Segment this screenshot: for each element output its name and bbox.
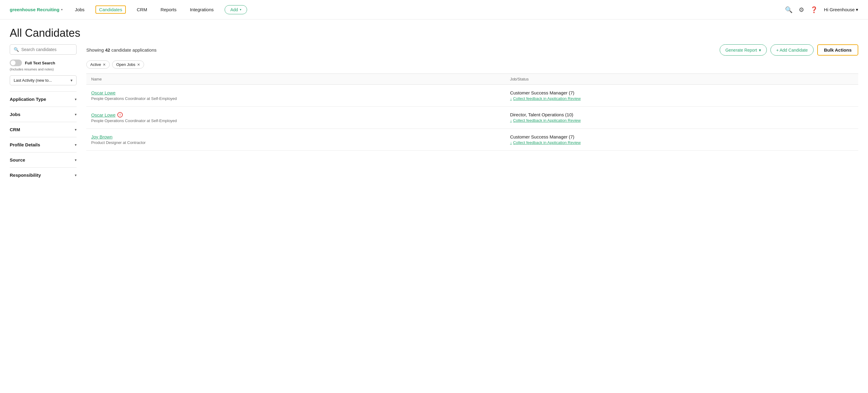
logo[interactable]: greenhouse Recruiting ▾ [10, 7, 63, 12]
full-text-toggle-row: Full Text Search [10, 60, 76, 66]
filter-chevron-icon: ▾ [75, 158, 76, 162]
active-filters: Active ✕ Open Jobs ✕ [86, 60, 858, 69]
page-title: All Candidates [10, 27, 858, 39]
search-box[interactable]: 🔍 [10, 44, 76, 55]
status-arrow-icon: ↓ [510, 141, 512, 145]
candidate-subtitle: People Operations Coordinator at Self-Em… [91, 119, 500, 123]
logo-chevron-icon: ▾ [61, 8, 63, 11]
sidebar: 🔍 Full Text Search (Includes resumes and… [10, 44, 76, 183]
candidate-name[interactable]: Joy Brown [91, 134, 113, 139]
search-input[interactable] [21, 47, 73, 52]
filter-source[interactable]: Source ▾ [10, 152, 76, 167]
filter-responsibility[interactable]: Responsibility ▾ [10, 167, 76, 183]
filter-chip-active[interactable]: Active ✕ [86, 60, 110, 69]
status-arrow-icon: ↓ [510, 119, 512, 123]
filter-chip-label: Active [90, 62, 101, 67]
table-row: Oscar Lowe People Operations Coordinator… [86, 85, 858, 107]
main-actions: Generate Report ▾ + Add Candidate Bulk A… [720, 44, 858, 56]
nav-candidates[interactable]: Candidates [95, 5, 126, 14]
filter-chevron-icon: ▾ [75, 112, 76, 117]
job-title: Customer Success Manager (7) [510, 90, 854, 95]
table-row: Joy Brown Product Designer at Contractor… [86, 129, 858, 151]
search-icon: 🔍 [14, 47, 19, 52]
top-navigation: greenhouse Recruiting ▾ Jobs Candidates … [0, 0, 868, 20]
nav-right: 🔍 ⚙ ❓ Hi Greenhouse ▾ [785, 6, 858, 13]
col-name: Name [86, 74, 505, 85]
full-text-toggle[interactable] [10, 60, 22, 66]
table-row: Oscar Lowe ! People Operations Coordinat… [86, 107, 858, 129]
page-header: All Candidates [0, 20, 868, 44]
main-top-bar: Showing 42 candidate applications Genera… [86, 44, 858, 56]
job-status-link[interactable]: ↓ Collect feedback in Application Review [510, 118, 854, 123]
filter-chevron-icon: ▾ [75, 143, 76, 147]
nav-reports[interactable]: Reports [158, 6, 179, 13]
filter-chip-open-jobs[interactable]: Open Jobs ✕ [112, 60, 144, 69]
col-job-status: Job/Status [505, 74, 858, 85]
settings-icon[interactable]: ⚙ [799, 6, 804, 13]
filter-label: Profile Details [10, 142, 40, 147]
sort-label: Last Activity (new to... [14, 78, 52, 83]
filter-profile-details[interactable]: Profile Details ▾ [10, 137, 76, 152]
generate-report-chevron-icon: ▾ [759, 48, 761, 53]
user-chevron-icon: ▾ [856, 7, 858, 12]
job-title: Director, Talent Operations (10) [510, 112, 854, 117]
job-status-link[interactable]: ↓ Collect feedback in Application Review [510, 96, 854, 101]
filter-chevron-icon: ▾ [75, 128, 76, 132]
remove-filter-icon[interactable]: ✕ [137, 63, 140, 67]
add-candidate-button[interactable]: + Add Candidate [770, 44, 814, 56]
showing-count-text: Showing 42 candidate applications [86, 47, 157, 53]
job-title: Customer Success Manager (7) [510, 134, 854, 139]
job-status-link[interactable]: ↓ Collect feedback in Application Review [510, 140, 854, 145]
table-header: Name Job/Status [86, 74, 858, 85]
generate-report-button[interactable]: Generate Report ▾ [720, 44, 767, 56]
toggle-label: Full Text Search [25, 61, 55, 65]
showing-label: candidate applications [112, 47, 157, 53]
candidate-subtitle: Product Designer at Contractor [91, 140, 500, 145]
candidates-list: Oscar Lowe People Operations Coordinator… [86, 85, 858, 151]
filter-crm[interactable]: CRM ▾ [10, 122, 76, 137]
filter-chevron-icon: ▾ [75, 97, 76, 101]
help-icon[interactable]: ❓ [810, 6, 818, 13]
candidate-subtitle: People Operations Coordinator at Self-Em… [91, 96, 500, 101]
warning-icon: ! [117, 112, 123, 118]
job-status-text: Collect feedback in Application Review [513, 96, 581, 101]
nav-integrations[interactable]: Integrations [188, 6, 216, 13]
filter-application-type[interactable]: Application Type ▾ [10, 91, 76, 107]
nav-links: Jobs Candidates CRM Reports Integrations… [72, 5, 785, 14]
filter-label: Application Type [10, 97, 46, 102]
showing-count: 42 [105, 47, 110, 53]
page-body: 🔍 Full Text Search (Includes resumes and… [0, 44, 868, 192]
filter-label: Jobs [10, 112, 20, 117]
main-content: Showing 42 candidate applications Genera… [86, 44, 858, 183]
logo-text: greenhouse Recruiting [10, 7, 59, 12]
candidate-name[interactable]: Oscar Lowe [91, 90, 116, 95]
toggle-subtitle: (Includes resumes and notes) [10, 67, 76, 71]
filter-label: Responsibility [10, 172, 41, 178]
job-status-text: Collect feedback in Application Review [513, 118, 581, 123]
filter-label: Source [10, 157, 25, 162]
search-icon[interactable]: 🔍 [785, 6, 793, 13]
candidates-table: Name Job/Status Oscar Lowe People Operat… [86, 73, 858, 151]
add-button[interactable]: Add ▾ [225, 5, 247, 14]
bulk-actions-button[interactable]: Bulk Actions [817, 44, 858, 56]
filter-jobs[interactable]: Jobs ▾ [10, 107, 76, 122]
nav-crm[interactable]: CRM [134, 6, 150, 13]
add-chevron-icon: ▾ [240, 8, 241, 11]
user-menu[interactable]: Hi Greenhouse ▾ [824, 7, 858, 12]
status-arrow-icon: ↓ [510, 97, 512, 101]
candidate-name[interactable]: Oscar Lowe [91, 112, 116, 118]
sort-chevron-icon: ▾ [70, 78, 73, 83]
filter-label: CRM [10, 127, 20, 132]
sort-select[interactable]: Last Activity (new to... ▾ [10, 75, 76, 85]
filter-chevron-icon: ▾ [75, 173, 76, 177]
nav-jobs[interactable]: Jobs [72, 6, 87, 13]
toggle-knob [11, 60, 16, 65]
filter-chip-label: Open Jobs [116, 62, 135, 67]
remove-filter-icon[interactable]: ✕ [103, 63, 106, 67]
job-status-text: Collect feedback in Application Review [513, 140, 581, 145]
